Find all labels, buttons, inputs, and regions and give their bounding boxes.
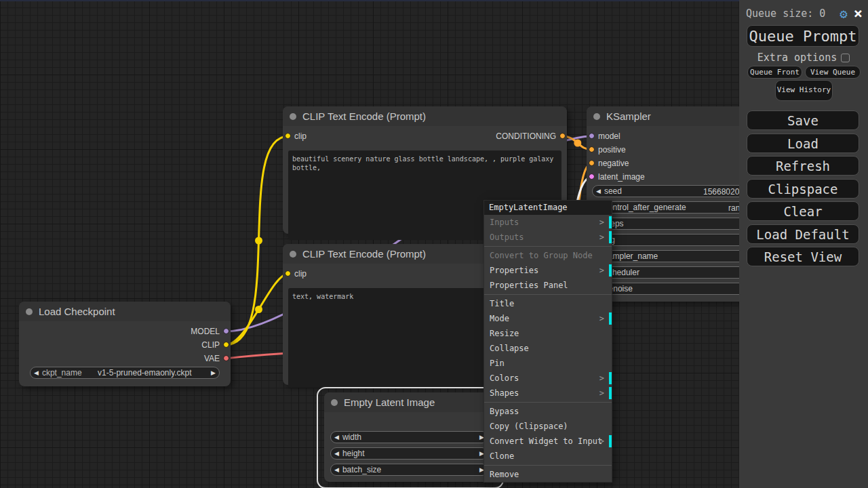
node-load-checkpoint[interactable]: Load Checkpoint MODEL CLIP VAE ◀ ckpt_na… [19, 302, 231, 386]
extra-options-row: Extra options [739, 52, 868, 63]
decrement-arrow-icon[interactable]: ◀ [331, 466, 342, 473]
context-menu: EmptyLatentImage Inputs> Outputs> Conver… [484, 200, 612, 483]
settings-gear-icon[interactable]: ⚙ [840, 7, 847, 20]
context-menu-title: EmptyLatentImage [484, 201, 612, 215]
decrement-arrow-icon[interactable]: ◀ [331, 434, 342, 441]
save-button[interactable]: Save [747, 110, 859, 130]
view-history-button[interactable]: View History [775, 80, 833, 101]
refresh-button[interactable]: Refresh [747, 156, 859, 176]
submenu-accent-bar [609, 435, 612, 447]
node-title: KSampler [606, 110, 651, 122]
close-icon[interactable]: × [854, 7, 863, 20]
slot-row: CLIP [19, 338, 231, 352]
output-label: CLIP [201, 338, 220, 352]
widget-batch-size[interactable]: ◀ batch_size ▶ [330, 464, 488, 476]
clip-wire-positive [225, 136, 288, 345]
menu-separator [484, 402, 612, 403]
top-divider [0, 0, 739, 1]
menu-item-convert-widget-to-input[interactable]: Convert Widget to Input> [484, 434, 612, 449]
node-title: Load Checkpoint [39, 306, 115, 317]
menu-item-title[interactable]: Title [484, 296, 612, 311]
comfyui-canvas[interactable]: CLIP Text Encode (Prompt) clip CONDITION… [0, 0, 868, 488]
link-dot [255, 237, 262, 245]
latent-input-slot[interactable] [589, 174, 595, 180]
submenu-arrow-icon: > [599, 263, 604, 278]
menu-separator [484, 246, 612, 247]
link-dot [574, 140, 581, 147]
reset-view-button[interactable]: Reset View [747, 247, 859, 266]
node-title-bar[interactable]: Load Checkpoint [19, 302, 231, 321]
menu-item-properties[interactable]: Properties> [484, 263, 612, 278]
submenu-accent-bar [609, 231, 612, 243]
load-default-button[interactable]: Load Default [747, 224, 859, 244]
collapse-dot-icon[interactable] [290, 251, 296, 258]
submenu-arrow-icon: > [599, 371, 604, 386]
collapse-dot-icon[interactable] [593, 113, 600, 120]
queue-front-button[interactable]: Queue Front [747, 66, 802, 79]
widget-label: control_after_generate [604, 203, 686, 212]
slot-row: MODEL [19, 325, 231, 338]
prev-option-arrow-icon[interactable]: ◀ [31, 369, 42, 376]
submenu-arrow-icon: > [599, 434, 604, 449]
submenu-arrow-icon: > [599, 311, 604, 326]
widget-width[interactable]: ◀ width ▶ [330, 431, 488, 443]
negative-input-slot[interactable] [589, 160, 595, 166]
collapse-dot-icon[interactable] [331, 399, 338, 406]
positive-input-slot[interactable] [589, 146, 595, 152]
menu-item-outputs: Outputs> [484, 230, 612, 245]
submenu-accent-bar [609, 312, 612, 325]
slot-row: VAE [19, 352, 231, 365]
collapse-dot-icon[interactable] [290, 113, 296, 120]
clip-input-slot[interactable] [285, 133, 291, 139]
decrement-arrow-icon[interactable]: ◀ [331, 450, 342, 457]
widget-label: batch_size [342, 465, 381, 474]
load-button[interactable]: Load [747, 134, 859, 153]
widget-label: height [342, 449, 365, 458]
view-queue-button[interactable]: View Queue [805, 66, 861, 79]
menu-separator [484, 294, 612, 295]
widget-label: ckpt_name [42, 368, 82, 378]
clip-wire-negative [225, 274, 288, 345]
menu-item-clone[interactable]: Clone [484, 449, 612, 464]
output-label: CONDITIONING [496, 129, 556, 143]
clip-output-slot[interactable] [223, 342, 229, 348]
clear-button[interactable]: Clear [747, 201, 859, 221]
node-title-bar[interactable]: Empty Latent Image [324, 392, 492, 412]
menu-item-copy-clipspace[interactable]: Copy (Clipspace) [484, 419, 612, 434]
widget-ckpt-name[interactable]: ◀ ckpt_name v1-5-pruned-emaonly.ckpt ▶ [30, 367, 220, 379]
model-input-slot[interactable] [589, 133, 595, 139]
submenu-arrow-icon: > [599, 386, 604, 401]
input-label: latent_image [587, 172, 645, 182]
model-output-slot[interactable] [223, 328, 229, 334]
menu-item-colors[interactable]: Colors> [484, 371, 612, 386]
node-title: Empty Latent Image [344, 396, 435, 408]
node-empty-latent-image[interactable]: Empty Latent Image ◀ width ▶ ◀ height ▶ … [324, 392, 492, 482]
output-label: MODEL [191, 325, 220, 338]
slot-row: clip CONDITIONING [283, 129, 567, 143]
node-title-bar[interactable]: CLIP Text Encode (Prompt) [283, 106, 567, 126]
clip-input-slot[interactable] [285, 270, 291, 277]
widget-height[interactable]: ◀ height ▶ [330, 447, 488, 460]
menu-item-pin[interactable]: Pin [484, 356, 612, 371]
submenu-accent-bar [609, 387, 612, 399]
clipspace-button[interactable]: Clipspace [747, 179, 859, 199]
queue-size-label: Queue size: 0 [746, 7, 825, 20]
menu-item-mode[interactable]: Mode> [484, 311, 612, 326]
menu-item-bypass[interactable]: Bypass [484, 404, 612, 419]
menu-item-remove[interactable]: Remove [484, 467, 612, 482]
menu-item-shapes[interactable]: Shapes> [484, 386, 612, 401]
menu-item-collapse[interactable]: Collapse [484, 341, 612, 356]
node-title: CLIP Text Encode (Prompt) [302, 248, 426, 260]
collapse-dot-icon[interactable] [26, 308, 33, 315]
submenu-accent-bar [609, 264, 612, 277]
queue-size-row: Queue size: 0 ⚙ × [746, 6, 863, 21]
decrement-arrow-icon[interactable]: ◀ [593, 188, 604, 195]
next-option-arrow-icon[interactable]: ▶ [208, 369, 219, 376]
menu-item-properties-panel[interactable]: Properties Panel [484, 278, 612, 293]
vae-output-slot[interactable] [223, 355, 229, 361]
conditioning-output-slot[interactable] [559, 133, 566, 139]
extra-options-checkbox[interactable] [841, 54, 850, 62]
menu-item-resize[interactable]: Resize [484, 326, 612, 341]
queue-prompt-button[interactable]: Queue Prompt [747, 25, 859, 47]
widget-label: seed [604, 186, 622, 196]
